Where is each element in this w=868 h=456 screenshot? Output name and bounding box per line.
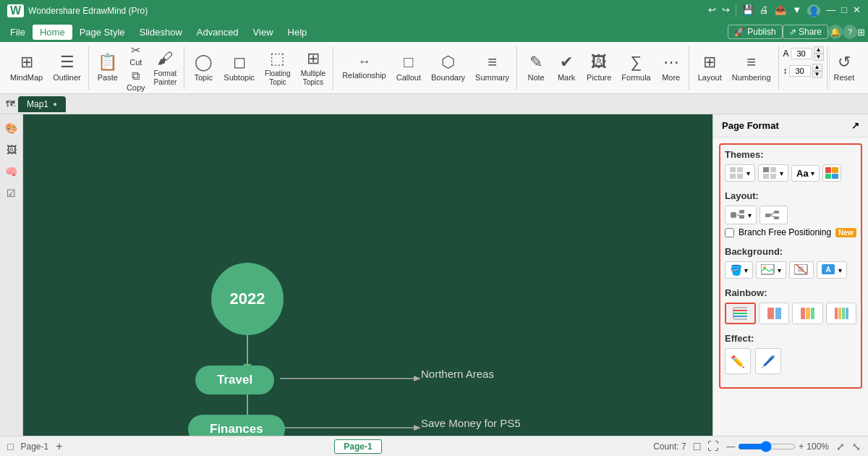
- numbering-btn[interactable]: ≡ Numbering: [728, 49, 775, 87]
- callout-btn[interactable]: □ Callout: [392, 49, 425, 87]
- rainbow-btn-2[interactable]: [759, 303, 790, 324]
- notification-btn[interactable]: 🔔: [828, 25, 843, 39]
- rainbow-btn-1[interactable]: [725, 303, 756, 324]
- menu-page-style[interactable]: Page Style: [72, 25, 132, 40]
- panel-collapse-icon[interactable]: ↗: [851, 120, 859, 131]
- minimize-btn[interactable]: —: [826, 4, 835, 17]
- zoom-out-btn[interactable]: —: [726, 442, 735, 452]
- zoom-fit-btn[interactable]: ⤢: [836, 441, 845, 452]
- relationship-btn[interactable]: ↔ Relationship: [338, 49, 391, 87]
- more-icon: ⋯: [663, 53, 679, 72]
- page-icon: □: [7, 441, 13, 452]
- picture-btn[interactable]: 🖼 Picture: [582, 49, 616, 87]
- zoom-control: — + 100%: [726, 441, 829, 452]
- tab-close-icon[interactable]: ●: [53, 100, 57, 108]
- tab-map1[interactable]: Map1 ●: [18, 96, 66, 112]
- menu-advanced[interactable]: Advanced: [190, 25, 246, 40]
- background-row: 🪣 ▾ ▾: [725, 261, 856, 279]
- effect-btn-pencil[interactable]: ✏️: [725, 348, 751, 374]
- menu-view[interactable]: View: [246, 25, 281, 40]
- summary-btn[interactable]: ≡ Summary: [471, 49, 514, 87]
- font-size-input[interactable]: [791, 48, 812, 59]
- help-icon[interactable]: ?: [843, 25, 857, 39]
- travel-node[interactable]: Travel: [195, 366, 274, 394]
- menu-slideshow[interactable]: Slideshow: [132, 25, 190, 40]
- maximize-btn[interactable]: □: [841, 4, 847, 17]
- avatar[interactable]: 👤: [807, 4, 820, 17]
- cut-btn[interactable]: ✂ Cut: [124, 43, 148, 67]
- finances-node[interactable]: Finances: [188, 415, 285, 436]
- background-color-btn[interactable]: A ▾: [817, 261, 847, 279]
- theme-btn-font[interactable]: Aa ▾: [791, 165, 820, 182]
- rainbow-btn-3[interactable]: [792, 303, 823, 324]
- svg-rect-17: [770, 167, 776, 172]
- boundary-btn[interactable]: ⬡ Boundary: [427, 49, 469, 87]
- save-btn[interactable]: 💾: [742, 4, 754, 17]
- zoom-slider[interactable]: [738, 441, 796, 452]
- theme-btn-color[interactable]: [822, 164, 841, 182]
- close-btn[interactable]: ✕: [853, 4, 861, 17]
- menu-help[interactable]: Help: [281, 25, 315, 40]
- theme-btn-1[interactable]: ▾: [725, 164, 755, 182]
- background-image-btn-1[interactable]: ▾: [756, 261, 786, 279]
- mark-btn[interactable]: ✔ Mark: [552, 49, 581, 87]
- fullscreen-icon[interactable]: ⛶: [707, 440, 719, 453]
- fit-icon[interactable]: □: [694, 440, 701, 453]
- line-height-input[interactable]: [789, 65, 811, 77]
- note-btn[interactable]: ✎ Note: [522, 49, 550, 87]
- line-height-spinner: ↕ ▲ ▼: [783, 64, 822, 78]
- image-icon-2: [794, 264, 809, 276]
- line-height-up[interactable]: ▲: [812, 64, 822, 71]
- reset-btn[interactable]: ↺ Reset: [829, 49, 859, 87]
- add-page-icon[interactable]: +: [56, 440, 62, 453]
- rainbow-btn-4[interactable]: [826, 303, 857, 324]
- formula-btn[interactable]: ∑ Formula: [617, 49, 655, 87]
- more-btn[interactable]: ⋯ More: [657, 49, 686, 87]
- tab-label: Map1: [27, 99, 48, 109]
- floating-topic-btn[interactable]: ⬚ FloatingTopic: [260, 49, 295, 87]
- font-size-down[interactable]: ▼: [814, 54, 824, 61]
- effect-btn-pen[interactable]: 🖊️: [755, 348, 781, 374]
- toolbar-group-insert: ✎ Note ✔ Mark 🖼 Picture ∑ Formula ⋯ More: [519, 46, 689, 90]
- font-size-up[interactable]: ▲: [814, 46, 824, 54]
- background-image-btn-2[interactable]: [789, 261, 814, 279]
- background-paint-btn[interactable]: 🪣 ▾: [725, 261, 753, 279]
- root-node[interactable]: 2022: [211, 263, 284, 335]
- topic-btn[interactable]: ◯ Topic: [189, 49, 218, 87]
- layout-btn-1[interactable]: ▾: [725, 206, 757, 224]
- paste-btn[interactable]: 📋 Paste: [93, 49, 122, 87]
- active-page-tab[interactable]: Page-1: [334, 439, 381, 454]
- mindmap-btn[interactable]: ⊞ MindMap: [6, 49, 47, 87]
- subtopic-btn[interactable]: ◻ Subtopic: [219, 49, 259, 87]
- outliner-btn[interactable]: ☰ Outliner: [48, 49, 85, 87]
- copy-btn[interactable]: ⧉ Copy: [124, 69, 148, 93]
- layout-btn[interactable]: ⊞ Layout: [694, 49, 726, 87]
- cut-icon: ✂: [131, 43, 140, 57]
- line-height-down[interactable]: ▼: [812, 71, 822, 78]
- apps-btn[interactable]: ⊞: [857, 27, 865, 38]
- toolbar-group-view: ⊞ MindMap ☰ Outliner: [3, 46, 89, 90]
- zoom-in-btn[interactable]: +: [799, 442, 804, 452]
- export-btn[interactable]: 📤: [775, 4, 786, 17]
- print-btn[interactable]: 🖨: [760, 4, 769, 17]
- zoom-actual-btn[interactable]: ⤡: [852, 441, 861, 452]
- themes-section: Themes: ▾: [725, 149, 856, 182]
- layout-btn-2[interactable]: [760, 206, 788, 224]
- format-painter-btn[interactable]: 🖌 FormatPainter: [150, 49, 182, 87]
- side-brain-icon[interactable]: 🧠: [2, 162, 21, 181]
- side-theme-icon[interactable]: 🎨: [2, 119, 21, 138]
- image-icon-1: [761, 264, 775, 276]
- menu-file[interactable]: File: [3, 25, 33, 40]
- multiple-topics-btn[interactable]: ⊞ MultipleTopics: [297, 49, 330, 87]
- undo-btn[interactable]: ↩: [708, 4, 716, 17]
- side-check-icon[interactable]: ☑: [2, 184, 21, 203]
- rainbow-icon-4: [834, 307, 848, 320]
- branch-positioning-checkbox[interactable]: [725, 228, 734, 237]
- more-btn[interactable]: ▼: [792, 4, 801, 17]
- side-image-icon[interactable]: 🖼: [2, 140, 21, 159]
- menu-home[interactable]: Home: [33, 25, 72, 40]
- share-btn[interactable]: ⇗ Share: [783, 25, 828, 39]
- redo-btn[interactable]: ↪: [722, 4, 730, 17]
- theme-btn-2[interactable]: ▾: [758, 164, 788, 182]
- publish-btn[interactable]: 🚀 Publish: [728, 25, 783, 39]
